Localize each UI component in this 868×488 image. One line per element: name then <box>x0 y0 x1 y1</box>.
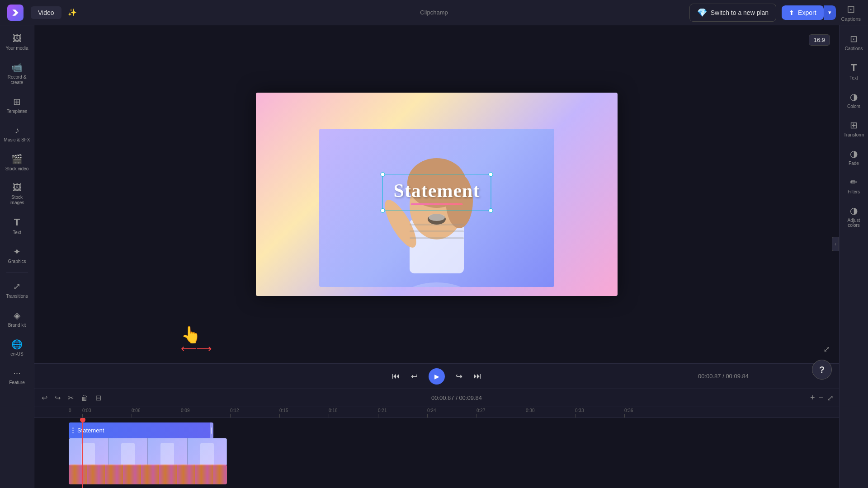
fit-button[interactable]: ⤢ <box>827 393 834 403</box>
track-row-text: Statement <box>34 422 839 439</box>
text-right-icon: T <box>851 62 857 74</box>
track-row-video <box>34 442 839 462</box>
time-display: 00:00.87 / 00:09.84 <box>698 373 749 380</box>
redo-button[interactable]: ↪ <box>53 392 62 404</box>
sidebar-item-transitions[interactable]: ⤢ Transitions <box>2 277 33 304</box>
text-track-label: Statement <box>77 427 104 434</box>
right-sidebar-item-filters[interactable]: ✏ Filters <box>841 172 867 199</box>
more-icon: ··· <box>13 368 21 378</box>
center-area: Statement 16:9 ⤢ ⏮ ↩ ▶ ↪ ⏭ 00:00.87 / 00… <box>34 25 839 488</box>
zoom-in-button[interactable]: + <box>810 393 815 403</box>
sidebar-item-music-sfx[interactable]: ♪ Music & SFX <box>2 121 33 147</box>
adjust-colors-right-icon: ◑ <box>850 205 858 216</box>
ruler-mark-0-15: 0:15 <box>279 408 329 418</box>
text-track[interactable]: Statement <box>69 422 213 439</box>
timeline-tracks: Statement <box>34 418 839 488</box>
app-logo[interactable] <box>7 5 24 21</box>
text-overlay[interactable]: Statement <box>382 174 491 211</box>
switch-plan-button[interactable]: 💎 Switch to a new plan <box>689 4 776 22</box>
transform-right-icon: ⊞ <box>850 120 858 131</box>
ruler-mark-0-21: 0:21 <box>378 408 427 418</box>
ruler-mark-0-33: 0:33 <box>575 408 624 418</box>
split-button[interactable]: ⊟ <box>94 392 103 404</box>
preview-canvas: Statement <box>256 93 618 296</box>
brand-kit-icon: ◈ <box>14 310 20 321</box>
track-row-music <box>34 465 839 484</box>
timeline-time: 00:00.87 / 00:09.84 <box>107 394 807 401</box>
your-media-icon: 🖼 <box>13 33 22 44</box>
graphics-icon: ✦ <box>13 246 21 257</box>
magic-icon[interactable]: ✨ <box>65 5 80 20</box>
right-sidebar-item-captions[interactable]: ⊡ Captions <box>841 29 867 56</box>
sidebar-item-feature[interactable]: ··· Feature <box>2 363 33 390</box>
svg-rect-8 <box>410 237 464 239</box>
right-sidebar-item-fade[interactable]: ◑ Fade <box>841 144 867 170</box>
app-name-center: Clipchamp <box>420 9 448 16</box>
aspect-ratio-badge: 16:9 <box>809 34 830 46</box>
ruler-mark-0-09: 0:09 <box>181 408 230 418</box>
ruler-mark-0-12: 0:12 <box>230 408 279 418</box>
handle-bottom-right[interactable] <box>488 208 493 213</box>
undo-button[interactable]: ↩ <box>40 392 49 404</box>
language-icon: 🌐 <box>11 339 23 350</box>
ruler-mark-0: 0 <box>69 408 82 418</box>
right-sidebar-item-text[interactable]: T Text <box>841 57 867 85</box>
sidebar-item-brand-kit[interactable]: ◈ Brand kit <box>2 305 33 333</box>
handle-top-left[interactable] <box>381 172 385 177</box>
video-frame-2 <box>108 438 148 465</box>
right-sidebar-item-adjust-colors[interactable]: ◑ Adjust colors <box>841 201 867 232</box>
right-sidebar-item-colors[interactable]: ◑ Colors <box>841 87 867 113</box>
tab-video[interactable]: Video <box>31 6 61 19</box>
help-button[interactable]: ? <box>812 360 832 380</box>
stock-video-icon: 🎬 <box>11 154 23 164</box>
right-sidebar: ⊡ Captions T Text ◑ Colors ⊞ Transform ◑… <box>839 25 868 488</box>
music-track[interactable] <box>69 465 227 484</box>
music-sfx-icon: ♪ <box>15 125 19 136</box>
ruler-mark-0-24: 0:24 <box>427 408 476 418</box>
timeline-ruler: 0 0:03 0:06 0:09 <box>34 407 839 418</box>
sidebar-item-graphics[interactable]: ✦ Graphics <box>2 242 33 269</box>
expand-button[interactable]: ⤢ <box>823 344 830 354</box>
export-button[interactable]: ⬆ Export <box>782 5 823 20</box>
rewind-button[interactable]: ↩ <box>411 371 418 381</box>
ruler-mark-0-27: 0:27 <box>476 408 526 418</box>
sidebar-item-stock-video[interactable]: 🎬 Stock video <box>2 149 33 176</box>
colors-right-icon: ◑ <box>850 91 858 102</box>
sidebar-item-text[interactable]: T Text <box>2 212 33 240</box>
main-area: 🖼 Your media 📹 Record &create ⊞ Template… <box>0 25 868 488</box>
templates-icon: ⊞ <box>13 96 21 107</box>
zoom-out-button[interactable]: − <box>818 393 823 403</box>
fade-right-icon: ◑ <box>850 148 858 159</box>
timeline-zoom: + − ⤢ <box>810 393 834 403</box>
video-track[interactable] <box>69 438 227 465</box>
left-sidebar: 🖼 Your media 📹 Record &create ⊞ Template… <box>0 25 34 488</box>
export-caret-button[interactable]: ▾ <box>824 5 836 20</box>
captions-button[interactable]: ⊡ Captions <box>841 4 861 22</box>
skip-to-start-button[interactable]: ⏮ <box>392 371 400 381</box>
sidebar-item-record-create[interactable]: 📹 Record &create <box>2 57 33 90</box>
sidebar-item-your-media[interactable]: 🖼 Your media <box>2 29 33 56</box>
skip-to-end-button[interactable]: ⏭ <box>473 371 481 381</box>
svg-rect-7 <box>410 230 464 232</box>
track-resize-handle[interactable] <box>210 422 213 439</box>
ruler-mark-0-36: 0:36 <box>624 408 674 418</box>
delete-button[interactable]: 🗑 <box>79 392 90 404</box>
sidebar-item-en-us[interactable]: 🌐 en-US <box>2 334 33 361</box>
sidebar-item-stock-images[interactable]: 🖼 Stock images <box>2 178 33 210</box>
handle-top-right[interactable] <box>488 172 493 177</box>
sidebar-item-templates[interactable]: ⊞ Templates <box>2 92 33 119</box>
handle-bottom-left[interactable] <box>381 208 385 213</box>
ruler-mark-0-30: 0:30 <box>526 408 575 418</box>
video-frame-4 <box>188 438 227 465</box>
cut-button[interactable]: ✂ <box>66 392 75 404</box>
video-frame-3 <box>148 438 188 465</box>
play-button[interactable]: ▶ <box>429 368 445 385</box>
right-sidebar-item-transform[interactable]: ⊞ Transform <box>841 115 867 142</box>
forward-button[interactable]: ↪ <box>456 371 462 381</box>
playhead <box>82 418 83 488</box>
overlay-text: Statement <box>394 180 480 202</box>
svg-point-10 <box>429 214 445 221</box>
collapse-sidebar-button[interactable]: ‹ <box>832 237 839 251</box>
track-grip <box>72 427 74 433</box>
ruler-mark-0-06: 0:06 <box>132 408 181 418</box>
